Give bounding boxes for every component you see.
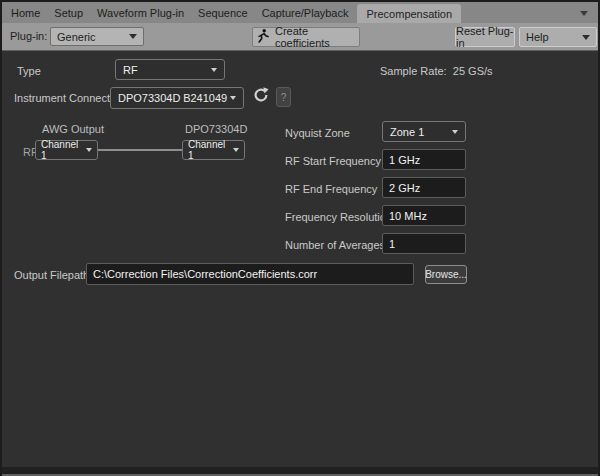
- frequency-resolution-input[interactable]: [382, 205, 466, 226]
- sample-rate-value: 25 GS/s: [453, 65, 493, 77]
- chevron-down-icon: [211, 68, 217, 72]
- instrument-connection-label: Instrument Connection: [14, 92, 125, 104]
- nyquist-zone-value: Zone 1: [390, 126, 424, 138]
- help-label: Help: [526, 31, 549, 43]
- chevron-down-icon: [86, 148, 92, 152]
- chevron-down-icon: [582, 35, 590, 40]
- rf-end-frequency-input[interactable]: [382, 177, 466, 198]
- browse-button[interactable]: Browse...: [425, 265, 467, 284]
- plugin-select[interactable]: Generic: [50, 27, 144, 46]
- menu-item-home[interactable]: Home: [2, 3, 47, 23]
- nyquist-zone-select[interactable]: Zone 1: [382, 121, 466, 142]
- menu-bar: Home Setup Waveform Plug-in Sequence Cap…: [2, 2, 598, 23]
- run-person-icon: [257, 29, 269, 45]
- menu-item-sequence[interactable]: Sequence: [191, 3, 255, 23]
- plugin-toolbar: Plug-in: Generic Create coefficients Res…: [2, 23, 598, 51]
- menu-item-waveform-plugin[interactable]: Waveform Plug-in: [90, 3, 191, 23]
- type-select-value: RF: [123, 64, 138, 76]
- create-coefficients-label: Create coefficients: [275, 25, 353, 49]
- precompensation-window: Home Setup Waveform Plug-in Sequence Cap…: [0, 0, 600, 476]
- scope-channel-value: Channel 1: [188, 139, 233, 161]
- instrument-help-button[interactable]: ?: [276, 87, 291, 107]
- connection-line: [98, 149, 182, 151]
- refresh-icon: [252, 86, 270, 108]
- rf-start-frequency-label: RF Start Frequency: [285, 155, 381, 167]
- menu-item-capture-playback[interactable]: Capture/Playback: [255, 3, 356, 23]
- plugin-select-value: Generic: [57, 31, 96, 43]
- chevron-down-icon: [233, 148, 239, 152]
- number-of-averages-input[interactable]: [382, 233, 466, 254]
- awg-channel-select[interactable]: Channel 1: [35, 140, 98, 160]
- output-filepath-input[interactable]: [86, 263, 414, 285]
- awg-output-header: AWG Output: [42, 123, 104, 135]
- window-bottom-frame: [2, 467, 598, 476]
- scope-channel-select[interactable]: Channel 1: [182, 140, 245, 160]
- chevron-down-icon[interactable]: [580, 11, 588, 16]
- refresh-button[interactable]: [250, 86, 272, 108]
- number-of-averages-label: Number of Averages: [285, 239, 385, 251]
- type-label: Type: [17, 65, 41, 77]
- reset-plugin-button[interactable]: Reset Plug-in: [455, 27, 515, 47]
- plugin-label: Plug-in:: [10, 30, 47, 42]
- sample-rate-label: Sample Rate:: [380, 65, 447, 77]
- chevron-down-icon: [129, 34, 137, 39]
- rf-start-frequency-input[interactable]: [382, 149, 466, 170]
- tab-precompensation[interactable]: Precompensation: [357, 4, 461, 23]
- chevron-down-icon: [230, 96, 236, 100]
- nyquist-zone-label: Nyquist Zone: [285, 127, 350, 139]
- instrument-connection-select[interactable]: DPO73304D B241049: [110, 87, 244, 109]
- help-dropdown[interactable]: Help: [519, 27, 597, 47]
- instrument-serial: B241049: [183, 92, 227, 104]
- scope-header: DPO73304D: [185, 123, 247, 135]
- awg-channel-value: Channel 1: [41, 139, 86, 161]
- output-filepath-label: Output Filepath: [14, 269, 89, 281]
- sample-rate: Sample Rate: 25 GS/s: [380, 65, 493, 77]
- instrument-model: DPO73304D: [118, 92, 180, 104]
- chevron-down-icon: [452, 130, 458, 134]
- type-select[interactable]: RF: [115, 59, 225, 80]
- frequency-resolution-label: Frequency Resolution: [285, 211, 392, 223]
- menu-item-setup[interactable]: Setup: [47, 3, 90, 23]
- create-coefficients-button[interactable]: Create coefficients: [252, 27, 360, 47]
- rf-end-frequency-label: RF End Frequency: [285, 183, 377, 195]
